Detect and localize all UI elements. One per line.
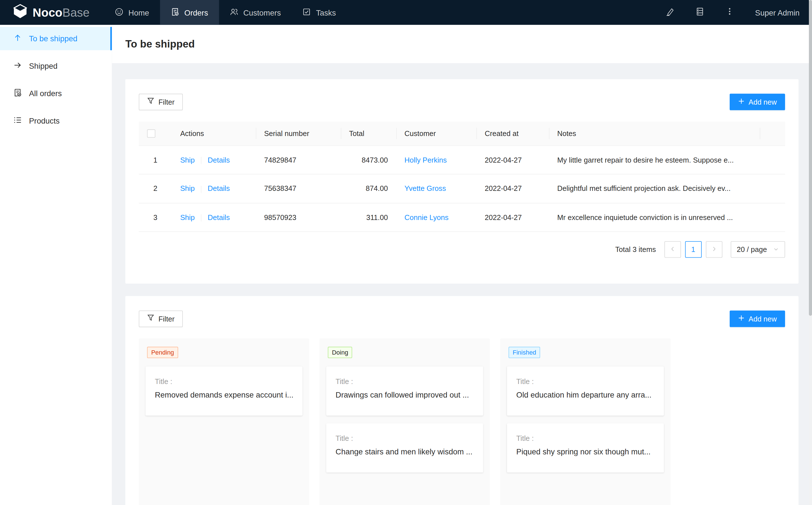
page-size-value: 20 / page <box>737 245 767 254</box>
nav-item-label: Customers <box>243 8 281 17</box>
column-header-created: Created at <box>477 122 549 146</box>
select-all-header <box>139 122 172 146</box>
kanban-toolbar: Filter Add new <box>139 311 785 327</box>
add-new-button-label: Add new <box>749 311 777 327</box>
nav-item-home[interactable]: Home <box>104 0 160 25</box>
pagination-total: Total 3 items <box>615 245 656 254</box>
table-row: 2 ShipDetails 75638347 874.00 Yvette Gro… <box>139 174 785 203</box>
details-link[interactable]: Details <box>208 156 230 164</box>
app-body: To be shipped Shipped <box>0 25 812 505</box>
status-badge-doing: Doing <box>328 347 353 358</box>
select-all-checkbox[interactable] <box>147 130 155 138</box>
column-header-total: Total <box>341 122 396 146</box>
sidebar: To be shipped Shipped <box>0 25 112 505</box>
chevron-down-icon <box>773 245 779 254</box>
check-square-icon <box>303 8 311 17</box>
nav-item-tasks[interactable]: Tasks <box>292 0 347 25</box>
filter-button[interactable]: Filter <box>139 311 183 327</box>
sidebar-item-label: Products <box>29 117 60 125</box>
sidebar-item-label: To be shipped <box>29 34 78 43</box>
pagination-prev-button[interactable] <box>664 241 681 258</box>
vertical-scrollbar[interactable] <box>809 0 812 505</box>
trailing-cell <box>760 146 785 174</box>
details-link[interactable]: Details <box>208 213 230 221</box>
card-field-value: Piqued shy spring nor six though mut... <box>516 447 655 456</box>
page-title: To be shipped <box>125 38 195 50</box>
add-new-button[interactable]: Add new <box>729 94 785 110</box>
kanban-card-item[interactable]: Title : Old education him departure any … <box>507 366 664 415</box>
table-row: 3 ShipDetails 98570923 311.00 Connie Lyo… <box>139 203 785 231</box>
row-actions: ShipDetails <box>172 146 256 174</box>
filter-button[interactable]: Filter <box>139 94 183 110</box>
ship-link[interactable]: Ship <box>180 156 195 164</box>
customer-cell: Connie Lyons <box>396 203 477 231</box>
ship-link[interactable]: Ship <box>180 184 195 193</box>
action-divider <box>201 157 201 164</box>
file-done-icon <box>14 89 22 99</box>
card-field-label: Title : <box>516 434 655 442</box>
action-divider <box>201 185 201 193</box>
notes-cell: Delightful met sufficient projection ask… <box>549 174 760 203</box>
page-size-select[interactable]: 20 / page <box>730 241 785 258</box>
trailing-cell <box>760 174 785 203</box>
sidebar-item-to-be-shipped[interactable]: To be shipped <box>0 27 112 50</box>
filter-button-label: Filter <box>158 94 174 110</box>
highlight-icon[interactable] <box>665 7 674 18</box>
customer-link[interactable]: Holly Perkins <box>405 156 447 164</box>
nocobase-cube-icon <box>12 4 28 21</box>
nav-item-orders[interactable]: Orders <box>160 0 219 25</box>
pagination-page-1[interactable]: 1 <box>685 241 702 258</box>
trailing-cell <box>760 203 785 231</box>
row-index: 1 <box>139 146 172 174</box>
arrow-up-icon <box>14 34 22 43</box>
nav-item-customers[interactable]: Customers <box>219 0 292 25</box>
top-navbar: NocoBase Home <box>0 0 812 25</box>
details-link[interactable]: Details <box>208 184 230 193</box>
sidebar-item-products[interactable]: Products <box>0 109 112 132</box>
brand-text-primary: Noco <box>32 5 62 19</box>
team-icon <box>230 8 238 17</box>
add-new-button-label: Add new <box>749 94 777 110</box>
kanban-card-item[interactable]: Title : Removed demands expense account … <box>145 366 302 415</box>
customer-link[interactable]: Yvette Gross <box>405 184 446 193</box>
sidebar-item-all-orders[interactable]: All orders <box>0 82 112 105</box>
user-menu[interactable]: Super Admin <box>755 8 800 17</box>
card-field-value: Drawings can followed improved out ... <box>335 390 474 399</box>
kanban-board: Pending Title : Removed demands expense … <box>139 338 785 505</box>
sidebar-item-shipped[interactable]: Shipped <box>0 54 112 77</box>
topbar-actions: Super Admin <box>665 0 800 25</box>
database-icon[interactable] <box>695 7 704 18</box>
add-new-button[interactable]: Add new <box>729 311 785 327</box>
total-cell: 874.00 <box>341 174 396 203</box>
table-header-row: Actions Serial number Total Customer Cre… <box>139 122 785 146</box>
unordered-list-icon <box>14 116 22 126</box>
notes-cell: Mr excellence inquietude conviction is i… <box>549 203 760 231</box>
created-at-cell: 2022-04-27 <box>477 174 549 203</box>
kanban-card-item[interactable]: Title : Piqued shy spring nor six though… <box>507 423 664 473</box>
brand-logo[interactable]: NocoBase <box>12 0 104 25</box>
filter-button-label: Filter <box>158 311 174 327</box>
ship-link[interactable]: Ship <box>180 213 195 221</box>
kanban-column-doing: Doing Title : Drawings can followed impr… <box>319 338 490 505</box>
row-actions: ShipDetails <box>172 203 256 231</box>
nav-item-label: Orders <box>184 8 208 17</box>
scrollbar-thumb[interactable] <box>809 0 812 316</box>
nav-item-label: Home <box>128 8 149 17</box>
top-menu: Home Orders <box>104 0 347 25</box>
customer-link[interactable]: Connie Lyons <box>405 213 449 221</box>
column-header-serial: Serial number <box>256 122 341 146</box>
row-actions: ShipDetails <box>172 174 256 203</box>
card-field-value: Removed demands expense account i... <box>155 390 293 399</box>
ellipsis-vertical-icon[interactable] <box>726 7 734 18</box>
page-content: Filter Add new <box>112 63 812 505</box>
kanban-card-item[interactable]: Title : Drawings can followed improved o… <box>326 366 483 415</box>
smile-icon <box>115 8 123 17</box>
sidebar-item-label: Shipped <box>29 62 58 70</box>
nav-item-label: Tasks <box>316 8 336 17</box>
arrow-right-icon <box>14 61 22 71</box>
created-at-cell: 2022-04-27 <box>477 146 549 174</box>
pagination-next-button[interactable] <box>706 241 722 258</box>
table-row: 1 ShipDetails 74829847 8473.00 Holly Per… <box>139 146 785 174</box>
kanban-card-item[interactable]: Title : Change stairs and men likely wis… <box>326 423 483 473</box>
filter-funnel-icon <box>147 94 154 110</box>
